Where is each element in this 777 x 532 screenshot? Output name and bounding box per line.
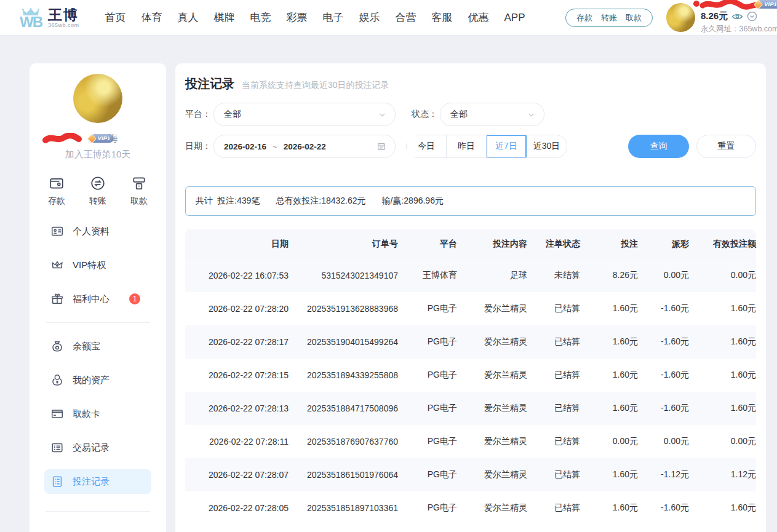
cell-platform: PG电子 — [398, 425, 457, 458]
nav-item[interactable]: 电竞 — [250, 10, 271, 25]
sidebar-item-yuebao[interactable]: 余额宝 — [44, 334, 151, 359]
cell-order-no: 2025351876907637760 — [289, 425, 398, 458]
nav-item[interactable]: 体育 — [141, 10, 162, 25]
filter-row-2: 日期： 2026-02-16 ~ 2026-02-22 今日昨日近7日近30日 … — [185, 135, 756, 158]
cell-date: 2026-02-22 07:28:07 — [185, 458, 289, 491]
quick-range-button[interactable]: 今日 — [407, 135, 447, 157]
cell-bet-content: 爱尔兰精灵 — [457, 491, 527, 525]
sidebar-item-withdraw-card[interactable]: 取款卡 — [44, 402, 151, 426]
cell-date: 2026-02-22 16:07:53 — [185, 259, 289, 292]
cell-order-no: 2025351904015499264 — [289, 325, 398, 359]
cell-bet-content: 爱尔兰精灵 — [457, 392, 527, 425]
cell-payout: -1.60元 — [638, 325, 689, 359]
nav-item[interactable]: 优惠 — [468, 10, 489, 25]
cell-order-no: 2025351913628883968 — [289, 292, 398, 325]
sidebar-item-transactions[interactable]: 交易记录 — [44, 435, 151, 460]
nav-item[interactable]: 棋牌 — [214, 10, 235, 25]
cell-status: 已结算 — [527, 359, 580, 392]
vip-badge: VIP1 — [759, 0, 777, 9]
cell-bet: 1.60元 — [580, 491, 638, 525]
cell-valid-bet: 1.60元 — [689, 292, 756, 325]
quick-range-group: 今日昨日近7日近30日 — [406, 135, 567, 158]
sidebar-item-assets[interactable]: 我的资产 — [44, 368, 151, 392]
nav-item[interactable]: 娱乐 — [359, 10, 380, 25]
sidebar-item-welfare[interactable]: 福利中心 1 — [44, 287, 151, 311]
wallet-icon — [49, 175, 65, 191]
bet-records-panel: 投注记录 当前系统支持查询最近30日的投注记录 平台： 全部 状态： 全部 日期… — [175, 63, 766, 532]
platform-label: 平台： — [185, 109, 211, 120]
user-avatar[interactable] — [666, 3, 695, 32]
cell-platform: PG电子 — [398, 325, 457, 359]
cell-order-no: 5315243021349107 — [289, 259, 398, 292]
quick-range-button[interactable]: 昨日 — [447, 135, 487, 157]
id-card-icon — [50, 224, 64, 238]
date-start: 2026-02-16 — [224, 142, 266, 151]
nav-item[interactable]: APP — [504, 12, 525, 24]
nav-item[interactable]: 客服 — [432, 10, 453, 25]
bet-records-table: 日期 订单号 平台 投注内容 注单状态 投注 派彩 有效投注额 2026-02-… — [185, 229, 756, 525]
cell-payout: -1.12元 — [638, 458, 689, 491]
cell-date: 2026-02-22 07:28:20 — [185, 292, 289, 325]
sidebar-item-profile[interactable]: 个人资料 — [44, 219, 151, 244]
transfer-action[interactable]: 转账 — [89, 175, 106, 207]
cell-payout: -1.60元 — [638, 491, 689, 525]
user-info: VIP1 8.26元 永久网址：365wb.com — [701, 0, 773, 35]
deposit-link[interactable]: 存款 — [576, 12, 592, 23]
sidebar-item-bet-records[interactable]: 投注记录 — [44, 469, 151, 494]
cell-bet: 8.26元 — [580, 259, 638, 292]
reset-button[interactable]: 重置 — [696, 135, 756, 158]
quick-range-button[interactable]: 近7日 — [487, 135, 527, 157]
cell-date: 2026-02-22 07:28:11 — [185, 425, 289, 458]
platform-select[interactable]: 全部 — [213, 103, 396, 126]
cell-valid-bet: 1.60元 — [689, 491, 756, 525]
withdraw-action[interactable]: 取款 — [130, 175, 148, 207]
sidebar-item-vip[interactable]: VIP特权 — [44, 253, 151, 277]
nav-item[interactable]: 首页 — [105, 10, 126, 25]
col-platform: 平台 — [398, 229, 457, 259]
chevron-down-icon — [527, 111, 535, 119]
withdraw-link[interactable]: 取款 — [626, 12, 642, 23]
cell-date: 2026-02-22 07:28:05 — [185, 491, 289, 525]
atm-icon — [131, 175, 147, 191]
summary-bar: 共计 投注:439笔 总有效投注:18432.62元 输/赢:2896.96元 — [185, 186, 756, 216]
cell-platform: PG电子 — [398, 458, 457, 491]
nav-item[interactable]: 合营 — [396, 10, 416, 25]
cell-platform: PG电子 — [398, 491, 457, 525]
divider — [46, 322, 150, 323]
nav-item[interactable]: 电子 — [323, 10, 344, 25]
date-range-input[interactable]: 2026-02-16 ~ 2026-02-22 — [213, 135, 396, 158]
search-button[interactable]: 查询 — [628, 135, 689, 158]
cell-bet: 0.00元 — [580, 425, 638, 458]
deposit-action[interactable]: 存款 — [48, 175, 65, 207]
bank-card-icon — [50, 407, 64, 421]
divider — [46, 511, 150, 512]
summary-win-loss: 输/赢:2896.96元 — [382, 196, 444, 207]
transaction-list-icon — [50, 441, 64, 455]
chevron-down-circle-icon[interactable] — [747, 11, 757, 22]
eye-icon[interactable] — [732, 13, 743, 20]
cell-bet-content: 爱尔兰精灵 — [457, 458, 527, 491]
nav-item[interactable]: 彩票 — [287, 10, 308, 25]
col-bet: 投注 — [580, 229, 638, 259]
gift-icon — [50, 292, 64, 306]
username-row: 海 VIP1 — [44, 132, 151, 145]
cell-bet: 1.60元 — [580, 458, 638, 491]
col-bet-content: 投注内容 — [457, 229, 527, 259]
summary-prefix: 共计 — [196, 196, 213, 207]
filter-row-1: 平台： 全部 状态： 全部 — [185, 103, 756, 126]
brand-logo[interactable]: WB 王博 365wb.com — [18, 7, 79, 28]
cell-date: 2026-02-22 07:28:13 — [185, 392, 289, 425]
cell-status: 已结算 — [527, 292, 580, 325]
date-end: 2026-02-22 — [284, 142, 326, 151]
quick-range-button[interactable]: 近30日 — [527, 135, 567, 157]
summary-bets: 投注:439笔 — [217, 196, 260, 207]
transfer-link[interactable]: 转账 — [601, 12, 617, 23]
cell-bet-content: 爱尔兰精灵 — [457, 325, 527, 359]
status-select[interactable]: 全部 — [440, 103, 544, 126]
nav-item[interactable]: 真人 — [178, 10, 199, 25]
sidebar: 海 VIP1 加入王博第10天 存款 转账 — [30, 63, 166, 532]
cell-valid-bet: 1.60元 — [689, 359, 756, 392]
page-subtitle: 当前系统支持查询最近30日的投注记录 — [242, 80, 389, 91]
cell-valid-bet: 1.60元 — [689, 325, 756, 359]
table-row: 2026-02-22 07:28:20 2025351913628883968 … — [185, 292, 756, 325]
